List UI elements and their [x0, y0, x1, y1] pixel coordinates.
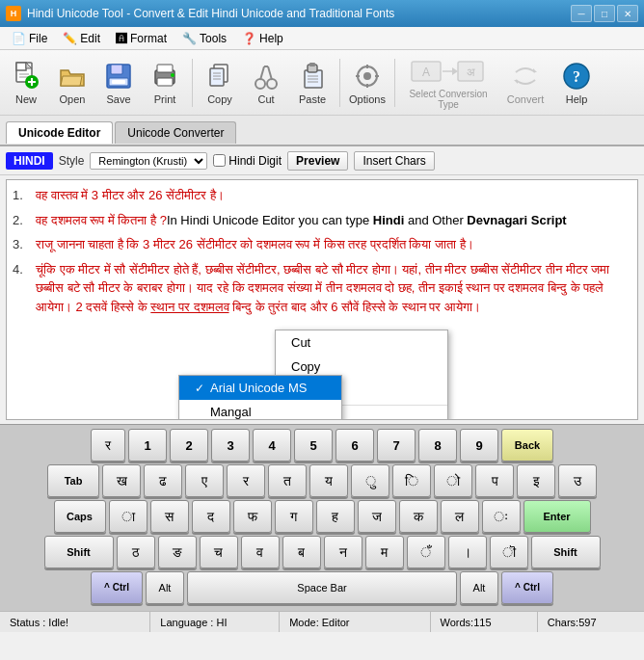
editor-toolbar: HINDI Style Remington (Krusti) Hindi Dig…: [0, 146, 644, 175]
font-arial-unicode[interactable]: ✓ Arial Unicode MS: [179, 376, 341, 400]
key-sa[interactable]: स: [150, 500, 189, 533]
tools-icon: 🔧: [182, 32, 197, 45]
key-space[interactable]: Space Bar: [187, 571, 457, 604]
key-tab[interactable]: Tab: [47, 464, 99, 497]
key-6[interactable]: 6: [335, 429, 374, 462]
editor-area[interactable]: 1. वह वास्तव में 3 मीटर और 26 सेंटीमीटर …: [6, 179, 638, 420]
font-mangal[interactable]: ✓ Mangal: [179, 400, 341, 420]
save-button[interactable]: Save: [96, 54, 141, 112]
key-ra2[interactable]: र: [227, 464, 265, 497]
key-1[interactable]: 1: [128, 429, 167, 462]
select-conversion-button: A अ Select Conversion Type: [400, 54, 496, 112]
key-short-o[interactable]: ॊ: [490, 536, 528, 568]
status-words: Words:115: [431, 612, 538, 632]
svg-rect-17: [210, 68, 224, 86]
svg-point-21: [255, 79, 265, 89]
style-select[interactable]: Remington (Krusti): [90, 152, 207, 170]
key-9[interactable]: 9: [460, 429, 498, 462]
app-window: H Hindi Unicode Tool - Convert & Edit Hi…: [0, 0, 644, 632]
menu-file[interactable]: 📄 File: [4, 30, 55, 47]
toolbar: New Open Save: [0, 50, 644, 116]
style-label: Style: [59, 154, 85, 168]
menu-help[interactable]: ❓ Help: [234, 30, 291, 47]
key-ma[interactable]: म: [365, 536, 404, 568]
key-7[interactable]: 7: [377, 429, 416, 462]
key-8[interactable]: 8: [418, 429, 457, 462]
key-va[interactable]: व: [241, 536, 280, 568]
menu-edit[interactable]: ✏️ Edit: [55, 30, 108, 47]
open-button[interactable]: Open: [50, 54, 94, 112]
paste-button[interactable]: Paste: [290, 54, 335, 112]
help-menu-icon: ❓: [242, 32, 256, 45]
key-e-vowel[interactable]: ए: [185, 464, 224, 497]
key-i-vowel[interactable]: इ: [517, 464, 555, 497]
key-la[interactable]: ल: [441, 500, 479, 533]
help-button[interactable]: ? Help: [554, 54, 599, 112]
key-ctrl-left[interactable]: ^ Ctrl: [91, 571, 143, 604]
menu-format[interactable]: 🅰 Format: [108, 30, 174, 47]
key-2[interactable]: 2: [170, 429, 208, 462]
hindi-digit-check-input[interactable]: [213, 154, 226, 167]
status-bar: Status : Idle! Language : HI Mode: Edito…: [0, 611, 644, 632]
key-ya[interactable]: य: [309, 464, 348, 497]
key-alt-left[interactable]: Alt: [146, 571, 184, 604]
format-icon: 🅰: [116, 32, 127, 45]
key-cha[interactable]: च: [200, 536, 238, 568]
key-tha[interactable]: ठ: [117, 536, 155, 568]
key-aa-matra[interactable]: ा: [109, 500, 148, 533]
key-na[interactable]: न: [324, 536, 362, 568]
key-5[interactable]: 5: [294, 429, 333, 462]
new-button[interactable]: New: [4, 54, 48, 112]
key-shift-left[interactable]: Shift: [44, 536, 114, 568]
options-button[interactable]: Options: [345, 54, 389, 112]
title-bar: H Hindi Unicode Tool - Convert & Edit Hi…: [0, 0, 644, 27]
key-ddha[interactable]: ढ: [144, 464, 182, 497]
ctx-cut[interactable]: Cut: [276, 330, 447, 355]
tab-unicode-converter[interactable]: Unicode Converter: [115, 121, 236, 144]
key-ja[interactable]: ज: [358, 500, 396, 533]
key-enter[interactable]: Enter: [523, 500, 591, 533]
menu-tools[interactable]: 🔧 Tools: [174, 30, 234, 47]
key-3[interactable]: 3: [211, 429, 250, 462]
tab-unicode-editor[interactable]: Unicode Editor: [6, 121, 113, 144]
key-ba[interactable]: ब: [282, 536, 321, 568]
key-back[interactable]: Back: [501, 429, 553, 462]
key-chandrabindu[interactable]: ँ: [407, 536, 445, 568]
close-button[interactable]: ✕: [617, 5, 638, 22]
key-danda[interactable]: ।: [448, 536, 487, 568]
hindi-digit-checkbox[interactable]: Hindi Digit: [213, 154, 282, 168]
key-ga[interactable]: ग: [275, 500, 313, 533]
editor-line-1: 1. वह वास्तव में 3 मीटर और 26 सेंटीमीटर …: [13, 186, 631, 205]
preview-button[interactable]: Preview: [287, 151, 348, 171]
insert-chars-button[interactable]: Insert Chars: [354, 151, 434, 171]
minimize-button[interactable]: ─: [571, 5, 592, 22]
status-chars: Chars:597: [538, 612, 644, 632]
key-ka[interactable]: क: [399, 500, 438, 533]
key-da[interactable]: द: [192, 500, 230, 533]
key-alt-right[interactable]: Alt: [460, 571, 498, 604]
key-u-matra[interactable]: ु: [351, 464, 389, 497]
copy-button[interactable]: Copy: [198, 54, 242, 112]
key-pa[interactable]: प: [475, 464, 514, 497]
key-4[interactable]: 4: [253, 429, 291, 462]
key-nga[interactable]: ङ: [158, 536, 197, 568]
key-kha[interactable]: ख: [102, 464, 141, 497]
maximize-button[interactable]: □: [594, 5, 615, 22]
key-visarg[interactable]: ः: [482, 500, 521, 533]
print-button[interactable]: Print: [143, 54, 187, 112]
svg-line-23: [260, 66, 264, 80]
title-bar-text: Hindi Unicode Tool - Convert & Edit Hind…: [27, 7, 394, 20]
key-ha[interactable]: ह: [316, 500, 355, 533]
hindi-badge: HINDI: [6, 152, 53, 170]
key-ctrl-right[interactable]: ^ Ctrl: [501, 571, 553, 604]
key-caps[interactable]: Caps: [54, 500, 106, 533]
key-u-vowel[interactable]: उ: [558, 464, 597, 497]
key-pha[interactable]: फ: [233, 500, 272, 533]
key-ra[interactable]: र‍: [91, 429, 125, 462]
editor-line-4: 4. चूंकि एक मीटर में सौ सेंटीमीटर होते ह…: [13, 260, 631, 317]
cut-button[interactable]: Cut: [244, 54, 288, 112]
key-ta[interactable]: त: [268, 464, 307, 497]
key-o-matra[interactable]: ो: [434, 464, 472, 497]
key-i-matra[interactable]: ि: [392, 464, 431, 497]
key-shift-right[interactable]: Shift: [531, 536, 601, 568]
